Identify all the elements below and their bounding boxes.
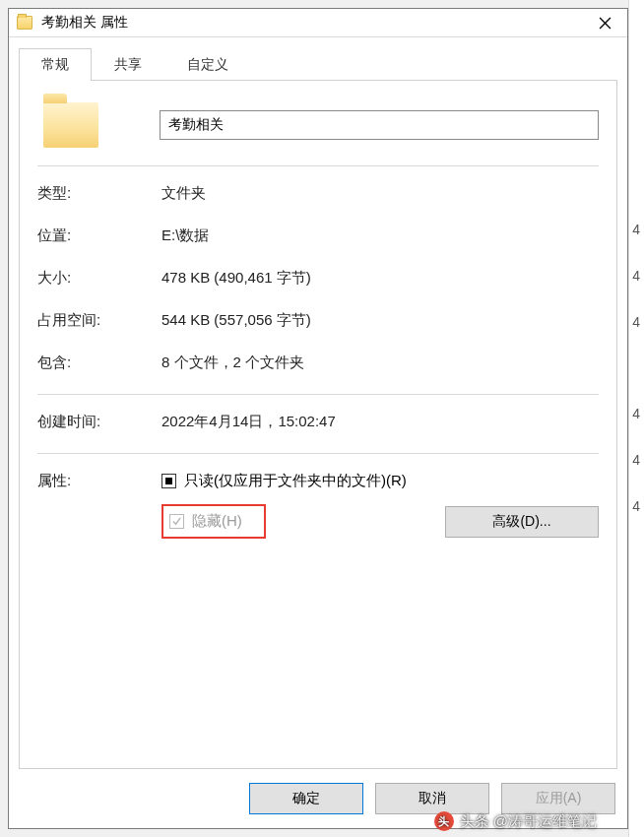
value-type: 文件夹 (161, 184, 599, 203)
background-column: 4 4 4 4 4 4 (628, 0, 644, 837)
value-contains: 8 个文件，2 个文件夹 (161, 354, 599, 372)
attributes-section: 属性: 只读(仅应用于文件夹中的文件)(R) (37, 472, 599, 539)
attributes-options: 只读(仅应用于文件夹中的文件)(R) 隐藏(H) 高级( (161, 472, 599, 539)
label-type: 类型: (37, 184, 161, 203)
value-size: 478 KB (490,461 字节) (161, 269, 599, 288)
bg-num: 4 (632, 268, 640, 284)
apply-button-label: 应用(A) (536, 790, 582, 807)
hidden-checkbox (169, 514, 184, 529)
readonly-row: 只读(仅应用于文件夹中的文件)(R) (161, 472, 599, 490)
folder-large-icon (43, 102, 98, 148)
bg-num: 4 (632, 222, 640, 237)
bg-num: 4 (632, 452, 640, 468)
label-created: 创建时间: (37, 413, 161, 431)
value-size-on-disk: 544 KB (557,056 字节) (161, 311, 599, 330)
check-icon (171, 516, 182, 527)
watermark-icon: 头 (434, 811, 454, 831)
separator (37, 394, 599, 395)
client-area: 常规 共享 自定义 类型: 文件夹 位置: E:\数据 大小: 478 KB (… (9, 37, 627, 769)
folder-icon (17, 16, 32, 30)
separator (37, 453, 599, 454)
properties-grid: 类型: 文件夹 位置: E:\数据 大小: 478 KB (490,461 字节… (37, 184, 599, 372)
properties-dialog: 考勤相关 属性 常规 共享 自定义 类型: 文件夹 位置: E:\数据 (8, 8, 628, 829)
readonly-checkbox[interactable] (161, 474, 176, 488)
titlebar[interactable]: 考勤相关 属性 (9, 9, 627, 37)
created-row: 创建时间: 2022年4月14日，15:02:47 (37, 413, 599, 431)
tab-general[interactable]: 常规 (19, 48, 92, 81)
window-title: 考勤相关 属性 (41, 14, 128, 32)
folder-name-input[interactable] (160, 110, 599, 140)
bg-num: 4 (632, 406, 640, 421)
value-location: E:\数据 (161, 226, 599, 245)
advanced-button-label: 高级(D)... (492, 513, 550, 531)
value-created: 2022年4月14日，15:02:47 (161, 413, 599, 431)
hidden-highlight: 隐藏(H) (161, 504, 266, 539)
bg-num: 4 (632, 498, 640, 514)
ok-button-label: 确定 (292, 790, 320, 807)
tab-custom[interactable]: 自定义 (164, 48, 251, 81)
ok-button[interactable]: 确定 (249, 783, 363, 814)
label-size-on-disk: 占用空间: (37, 311, 161, 330)
label-size: 大小: (37, 269, 161, 288)
hidden-row: 隐藏(H) 高级(D)... (161, 504, 599, 539)
apply-button: 应用(A) (501, 783, 615, 814)
name-row (37, 102, 599, 148)
tab-panel-general: 类型: 文件夹 位置: E:\数据 大小: 478 KB (490,461 字节… (19, 80, 617, 769)
label-contains: 包含: (37, 354, 161, 372)
close-button[interactable] (582, 9, 627, 36)
readonly-label: 只读(仅应用于文件夹中的文件)(R) (184, 472, 407, 490)
separator (37, 165, 599, 166)
watermark-text: 头条 @涛哥运维笔记 (460, 812, 597, 831)
hidden-label: 隐藏(H) (192, 512, 242, 531)
advanced-button[interactable]: 高级(D)... (445, 506, 599, 538)
cancel-button[interactable]: 取消 (375, 783, 489, 814)
cancel-button-label: 取消 (419, 790, 446, 807)
label-location: 位置: (37, 226, 161, 245)
label-attributes: 属性: (37, 472, 161, 539)
watermark: 头 头条 @涛哥运维笔记 (434, 811, 597, 831)
close-icon (599, 17, 612, 30)
tab-strip: 常规 共享 自定义 (19, 47, 617, 80)
tab-share[interactable]: 共享 (92, 48, 164, 81)
bg-num: 4 (632, 314, 640, 330)
